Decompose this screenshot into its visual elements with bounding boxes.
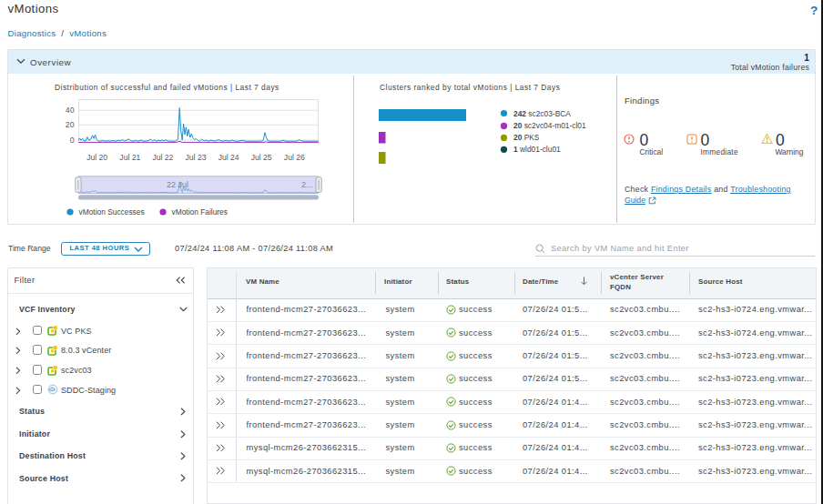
svg-text:Jul 20: Jul 20 bbox=[86, 153, 107, 162]
svg-text:Jul 24: Jul 24 bbox=[218, 153, 239, 162]
svg-text:Distribution of successful and: Distribution of successful and failed vM… bbox=[55, 83, 279, 92]
svg-text:Jul 26: Jul 26 bbox=[284, 153, 305, 162]
svg-text:20 sc2vc04-m01-cl01: 20 sc2vc04-m01-cl01 bbox=[513, 121, 586, 130]
svg-text:40: 40 bbox=[66, 106, 75, 115]
svg-text:vMotion Failures: vMotion Failures bbox=[172, 207, 228, 217]
svg-text:0: 0 bbox=[70, 136, 75, 145]
svg-text:20 PKS: 20 PKS bbox=[513, 133, 540, 142]
svg-text:Clusters ranked by total vMoti: Clusters ranked by total vMotions | Last… bbox=[380, 83, 560, 92]
svg-text:22 Jul: 22 Jul bbox=[167, 180, 188, 189]
svg-text:Jul 25: Jul 25 bbox=[251, 153, 272, 162]
svg-text:Jul 22: Jul 22 bbox=[152, 153, 173, 162]
svg-text:20: 20 bbox=[66, 120, 75, 129]
svg-text:1 wld01-clu01: 1 wld01-clu01 bbox=[513, 145, 561, 154]
svg-text:2...: 2... bbox=[301, 180, 313, 189]
svg-text:Jul 21: Jul 21 bbox=[119, 153, 140, 162]
svg-text:vMotion Successes: vMotion Successes bbox=[79, 207, 145, 217]
svg-text:242 sc2c03-BCA: 242 sc2c03-BCA bbox=[513, 109, 571, 118]
svg-text:Jul 23: Jul 23 bbox=[186, 153, 207, 162]
